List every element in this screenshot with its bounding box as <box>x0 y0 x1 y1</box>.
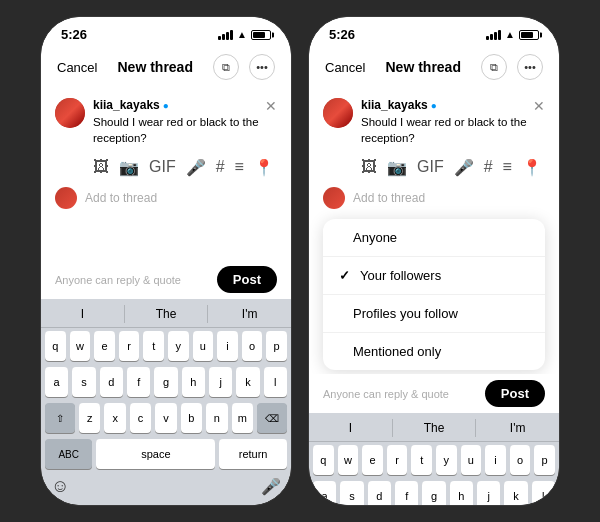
kb-space-left[interactable]: space <box>96 439 215 469</box>
post-button-left[interactable]: Post <box>217 266 277 293</box>
kb-k-right[interactable]: k <box>504 481 527 505</box>
hash-icon-right[interactable]: # <box>484 158 493 177</box>
kb-suggest-the-right[interactable]: The <box>393 419 477 437</box>
kb-o-right[interactable]: o <box>510 445 531 475</box>
signal-icon-right <box>486 30 501 40</box>
kb-return-left[interactable]: return <box>219 439 287 469</box>
kb-abc-left[interactable]: ABC <box>45 439 92 469</box>
kb-f-right[interactable]: f <box>395 481 418 505</box>
location-icon-right[interactable]: 📍 <box>522 158 542 177</box>
kb-p-right[interactable]: p <box>534 445 555 475</box>
thread-content-right: kiia_kayaks ● Should I wear red or black… <box>309 88 559 152</box>
kb-e-right[interactable]: e <box>362 445 383 475</box>
kb-z-left[interactable]: z <box>79 403 100 433</box>
kb-k-left[interactable]: k <box>236 367 259 397</box>
kb-d-left[interactable]: d <box>100 367 123 397</box>
mic2-icon-left[interactable]: 🎤 <box>186 158 206 177</box>
kb-v-left[interactable]: v <box>155 403 176 433</box>
dropdown-mentioned-only[interactable]: Mentioned only <box>323 333 545 370</box>
kb-w-right[interactable]: w <box>338 445 359 475</box>
kb-a-left[interactable]: a <box>45 367 68 397</box>
kb-c-left[interactable]: c <box>130 403 151 433</box>
copy-icon-right[interactable]: ⧉ <box>481 54 507 80</box>
add-thread-text-left[interactable]: Add to thread <box>85 191 157 205</box>
kb-r-right[interactable]: r <box>387 445 408 475</box>
location-icon-left[interactable]: 📍 <box>254 158 274 177</box>
kb-p-left[interactable]: p <box>266 331 287 361</box>
kb-l-left[interactable]: l <box>264 367 287 397</box>
kb-t-left[interactable]: t <box>143 331 164 361</box>
kb-h-left[interactable]: h <box>182 367 205 397</box>
kb-delete-left[interactable]: ⌫ <box>257 403 287 433</box>
more-icon-left[interactable]: ••• <box>249 54 275 80</box>
kb-q-right[interactable]: q <box>313 445 334 475</box>
close-icon-right[interactable]: ✕ <box>533 98 545 114</box>
gif-icon-right[interactable]: GIF <box>417 158 444 177</box>
keyboard-left: I The I'm q w e r t y u i o p a <box>41 299 291 505</box>
kb-t-right[interactable]: t <box>411 445 432 475</box>
kb-d-right[interactable]: d <box>368 481 391 505</box>
add-thread-text-right[interactable]: Add to thread <box>353 191 425 205</box>
kb-suggest-im-right[interactable]: I'm <box>476 419 559 437</box>
kb-suggest-the-left[interactable]: The <box>125 305 209 323</box>
close-icon-left[interactable]: ✕ <box>265 98 277 114</box>
kb-suggest-i-right[interactable]: I <box>309 419 393 437</box>
kb-u-left[interactable]: u <box>193 331 214 361</box>
kb-m-left[interactable]: m <box>232 403 253 433</box>
nav-icons-left: ⧉ ••• <box>213 54 275 80</box>
avatar-left <box>55 98 85 128</box>
kb-o-left[interactable]: o <box>242 331 263 361</box>
post-button-right[interactable]: Post <box>485 380 545 407</box>
emoji-icon-left[interactable]: ☺ <box>51 476 69 497</box>
copy-icon-left[interactable]: ⧉ <box>213 54 239 80</box>
kb-i-left[interactable]: i <box>217 331 238 361</box>
image-icon-left[interactable]: 🖼 <box>93 158 109 177</box>
kb-s-left[interactable]: s <box>72 367 95 397</box>
kb-n-left[interactable]: n <box>206 403 227 433</box>
hash-icon-left[interactable]: # <box>216 158 225 177</box>
kb-u-right[interactable]: u <box>461 445 482 475</box>
kb-g-left[interactable]: g <box>154 367 177 397</box>
kb-row4-left: ABC space return <box>41 436 291 472</box>
kb-r-left[interactable]: r <box>119 331 140 361</box>
kb-j-right[interactable]: j <box>477 481 500 505</box>
kb-e-left[interactable]: e <box>94 331 115 361</box>
list-icon-left[interactable]: ≡ <box>235 158 244 177</box>
more-icon-right[interactable]: ••• <box>517 54 543 80</box>
kb-a-right[interactable]: a <box>313 481 336 505</box>
kb-s-right[interactable]: s <box>340 481 363 505</box>
kb-b-left[interactable]: b <box>181 403 202 433</box>
kb-bottom-left: ☺ 🎤 <box>41 472 291 505</box>
kb-j-left[interactable]: j <box>209 367 232 397</box>
reply-hint-right[interactable]: Anyone can reply & quote <box>323 388 449 400</box>
dropdown-profiles-you-follow[interactable]: Profiles you follow <box>323 295 545 333</box>
camera-icon-left[interactable]: 📷 <box>119 158 139 177</box>
kb-w-left[interactable]: w <box>70 331 91 361</box>
signal-icon <box>218 30 233 40</box>
kb-suggest-im-left[interactable]: I'm <box>208 305 291 323</box>
image-icon-right[interactable]: 🖼 <box>361 158 377 177</box>
camera-icon-right[interactable]: 📷 <box>387 158 407 177</box>
kb-g-right[interactable]: g <box>422 481 445 505</box>
gif-icon-left[interactable]: GIF <box>149 158 176 177</box>
kb-l-right[interactable]: l <box>532 481 555 505</box>
cancel-button-right[interactable]: Cancel <box>325 60 365 75</box>
list-icon-right[interactable]: ≡ <box>503 158 512 177</box>
mic2-icon-right[interactable]: 🎤 <box>454 158 474 177</box>
dropdown-your-followers[interactable]: Your followers <box>323 257 545 295</box>
username-right: kiia_kayaks <box>361 98 428 112</box>
mic-icon-left[interactable]: 🎤 <box>261 477 281 496</box>
wifi-icon: ▲ <box>237 29 247 40</box>
kb-f-left[interactable]: f <box>127 367 150 397</box>
dropdown-anyone[interactable]: Anyone <box>323 219 545 257</box>
kb-shift-left[interactable]: ⇧ <box>45 403 75 433</box>
kb-y-left[interactable]: y <box>168 331 189 361</box>
kb-y-right[interactable]: y <box>436 445 457 475</box>
cancel-button-left[interactable]: Cancel <box>57 60 97 75</box>
kb-q-left[interactable]: q <box>45 331 66 361</box>
kb-x-left[interactable]: x <box>104 403 125 433</box>
kb-i-right[interactable]: i <box>485 445 506 475</box>
kb-suggest-i-left[interactable]: I <box>41 305 125 323</box>
reply-hint-left[interactable]: Anyone can reply & quote <box>55 274 181 286</box>
kb-h-right[interactable]: h <box>450 481 473 505</box>
